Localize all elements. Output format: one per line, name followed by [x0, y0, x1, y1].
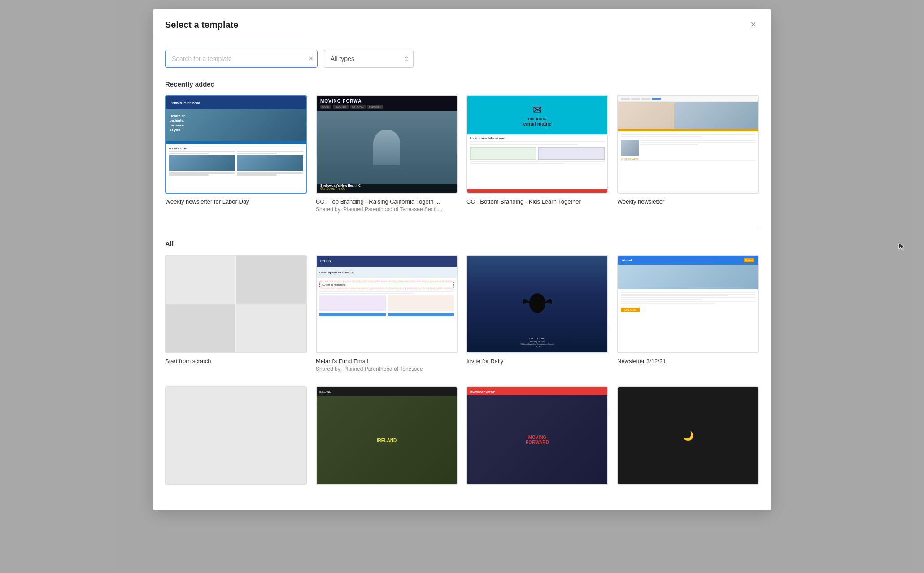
search-input-wrap: × [165, 50, 318, 68]
template-card-cc-bottom-branding[interactable]: ✉ CREATION email magic Lorem ipsum dolor… [466, 95, 608, 213]
template-thumb-wrap: Planned Parenthood Healthierpatients,bec… [165, 95, 307, 194]
template-thumbnail: 🌙 [618, 387, 758, 484]
modal-close-button[interactable]: × [748, 19, 759, 30]
all-templates-grid: Start from scratch LYCOS Latest Update o… [165, 255, 759, 372]
template-thumbnail: IRELAND IRELAND [317, 387, 457, 484]
template-card-weekly-newsletter-labor-day[interactable]: Planned Parenthood Healthierpatients,bec… [165, 95, 307, 213]
template-thumb-wrap: MOVING FORWA MOVINGFORWARD [466, 386, 608, 485]
template-thumbnail: MOVING FORWA SAFE HEALTHY STRONG Planned… [317, 96, 457, 193]
type-filter-select[interactable]: All types Email Newsletter Announcement [324, 50, 414, 68]
template-name: Invite for Rally [466, 358, 608, 365]
template-card-newsletter-3-12-21[interactable]: Water4 Donate [617, 255, 759, 372]
template-thumbnail: Planned Parenthood Healthierpatients,bec… [166, 96, 306, 193]
template-thumbnail: Water4 Donate [618, 256, 758, 352]
template-thumbnail: MOVING FORWA MOVINGFORWARD [467, 387, 607, 484]
template-card-gray[interactable] [165, 386, 307, 485]
bird-silhouette-icon [519, 291, 555, 317]
section-divider [165, 227, 759, 227]
template-thumb-wrap: MOVING FORWA SAFE HEALTHY STRONG Planned… [316, 95, 458, 194]
template-thumbnail [166, 256, 306, 352]
template-thumbnail: I BIRD. I VOTE. February 29, 20205th Ann… [467, 256, 607, 352]
template-thumbnail: ✉ CREATION email magic Lorem ipsum dolor… [467, 96, 607, 193]
template-thumbnail: Upcoming Events [618, 96, 758, 193]
template-thumb-wrap: LYCOS Latest Update on COVID-19 ⚠ Alert … [316, 255, 458, 353]
template-name: Melani's Fund Email [316, 358, 458, 365]
template-thumb-wrap: IRELAND IRELAND [316, 386, 458, 485]
modal-overlay: Select a template × × All types Email Ne… [0, 0, 924, 573]
template-card-weekly-newsletter[interactable]: Upcoming Events Weekly newsletter [617, 95, 759, 213]
template-card-melanis-fund-email[interactable]: LYCOS Latest Update on COVID-19 ⚠ Alert … [316, 255, 458, 372]
template-name: Newsletter 3/12/21 [617, 358, 759, 365]
recently-added-section-title: Recently added [165, 80, 759, 88]
template-card-moving-forward-2[interactable]: MOVING FORWA MOVINGFORWARD [466, 386, 608, 485]
modal-header: Select a template × [153, 9, 771, 39]
template-selector-modal: Select a template × × All types Email Ne… [153, 9, 771, 510]
svg-point-1 [534, 294, 541, 303]
type-select-wrap: All types Email Newsletter Announcement … [324, 50, 414, 68]
modal-body: × All types Email Newsletter Announcemen… [153, 39, 771, 510]
template-card-dark[interactable]: 🌙 [617, 386, 759, 485]
template-thumb-wrap [165, 386, 307, 485]
template-thumb-wrap: Water4 Donate [617, 255, 759, 353]
template-name: Weekly newsletter [617, 198, 759, 205]
template-name: Weekly newsletter for Labor Day [165, 198, 307, 205]
recently-added-grid: Planned Parenthood Healthierpatients,bec… [165, 95, 759, 213]
template-thumb-wrap: ✉ CREATION email magic Lorem ipsum dolor… [466, 95, 608, 194]
template-thumb-wrap: I BIRD. I VOTE. February 29, 20205th Ann… [466, 255, 608, 353]
template-card-cc-top-branding[interactable]: MOVING FORWA SAFE HEALTHY STRONG Planned… [316, 95, 458, 213]
template-thumbnail: LYCOS Latest Update on COVID-19 ⚠ Alert … [317, 256, 457, 352]
search-clear-button[interactable]: × [309, 55, 313, 62]
template-thumbnail [166, 387, 306, 484]
search-input[interactable] [165, 50, 318, 68]
all-section-title: All [165, 240, 759, 247]
modal-title: Select a template [165, 20, 238, 30]
template-shared: Shared by: Planned Parenthood of Tenesse… [316, 366, 458, 372]
template-card-ireland[interactable]: IRELAND IRELAND [316, 386, 458, 485]
template-name: CC - Top Branding - Raising California T… [316, 198, 458, 205]
all-templates-grid-row2: IRELAND IRELAND MOVING FORWA [165, 386, 759, 485]
template-shared: Shared by: Planned Parenthood of Tenesse… [316, 206, 458, 213]
template-name: Start from scratch [165, 358, 307, 365]
template-thumb-wrap [165, 255, 307, 353]
template-thumb-wrap: Upcoming Events [617, 95, 759, 194]
template-name: CC - Bottom Branding - Kids Learn Togeth… [466, 198, 608, 205]
template-card-start-from-scratch[interactable]: Start from scratch [165, 255, 307, 372]
template-card-invite-for-rally[interactable]: I BIRD. I VOTE. February 29, 20205th Ann… [466, 255, 608, 372]
template-thumb-wrap: 🌙 [617, 386, 759, 485]
search-row: × All types Email Newsletter Announcemen… [165, 50, 759, 68]
